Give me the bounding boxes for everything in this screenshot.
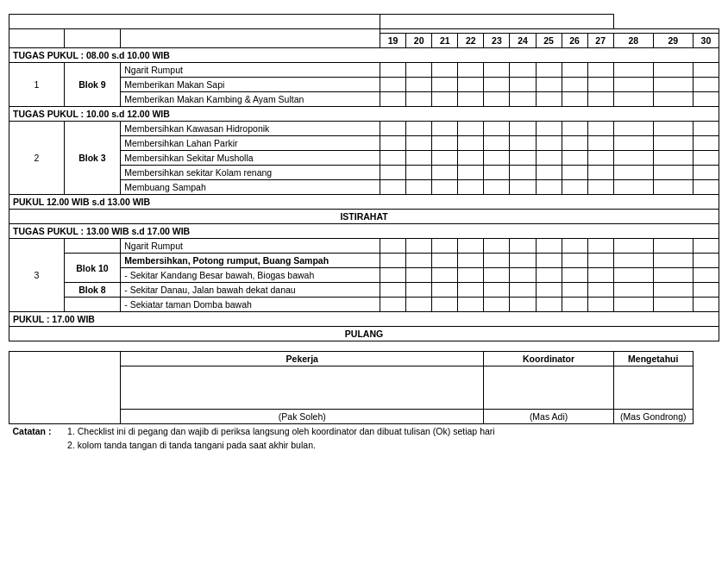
check-cell[interactable] bbox=[484, 239, 510, 254]
check-cell[interactable] bbox=[587, 268, 613, 283]
check-cell[interactable] bbox=[587, 122, 613, 136]
check-cell[interactable] bbox=[406, 180, 432, 195]
check-cell[interactable] bbox=[484, 151, 510, 166]
check-cell[interactable] bbox=[536, 92, 562, 107]
check-cell[interactable] bbox=[458, 254, 484, 268]
check-cell[interactable] bbox=[510, 298, 536, 312]
check-cell[interactable] bbox=[484, 268, 510, 283]
check-cell[interactable] bbox=[432, 180, 458, 195]
check-cell[interactable] bbox=[653, 254, 693, 268]
check-cell[interactable] bbox=[458, 239, 484, 254]
check-cell[interactable] bbox=[484, 298, 510, 312]
check-cell[interactable] bbox=[587, 283, 613, 298]
check-cell[interactable] bbox=[693, 239, 719, 254]
check-cell[interactable] bbox=[536, 63, 562, 78]
check-cell[interactable] bbox=[613, 298, 653, 312]
check-cell[interactable] bbox=[613, 63, 653, 78]
check-cell[interactable] bbox=[406, 122, 432, 136]
check-cell[interactable] bbox=[587, 180, 613, 195]
check-cell[interactable] bbox=[432, 63, 458, 78]
check-cell[interactable] bbox=[458, 268, 484, 283]
check-cell[interactable] bbox=[613, 254, 653, 268]
check-cell[interactable] bbox=[653, 63, 693, 78]
check-cell[interactable] bbox=[380, 151, 406, 166]
check-cell[interactable] bbox=[458, 63, 484, 78]
check-cell[interactable] bbox=[536, 254, 562, 268]
check-cell[interactable] bbox=[380, 63, 406, 78]
check-cell[interactable] bbox=[587, 166, 613, 180]
check-cell[interactable] bbox=[510, 78, 536, 92]
check-cell[interactable] bbox=[432, 92, 458, 107]
check-cell[interactable] bbox=[613, 166, 653, 180]
check-cell[interactable] bbox=[613, 180, 653, 195]
check-cell[interactable] bbox=[613, 283, 653, 298]
check-cell[interactable] bbox=[693, 92, 719, 107]
check-cell[interactable] bbox=[562, 78, 587, 92]
check-cell[interactable] bbox=[562, 239, 587, 254]
check-cell[interactable] bbox=[484, 283, 510, 298]
check-cell[interactable] bbox=[562, 166, 587, 180]
check-cell[interactable] bbox=[484, 92, 510, 107]
check-cell[interactable] bbox=[484, 166, 510, 180]
check-cell[interactable] bbox=[653, 180, 693, 195]
check-cell[interactable] bbox=[510, 136, 536, 151]
check-cell[interactable] bbox=[562, 151, 587, 166]
check-cell[interactable] bbox=[432, 283, 458, 298]
check-cell[interactable] bbox=[380, 166, 406, 180]
check-cell[interactable] bbox=[693, 254, 719, 268]
check-cell[interactable] bbox=[613, 136, 653, 151]
check-cell[interactable] bbox=[432, 166, 458, 180]
check-cell[interactable] bbox=[536, 268, 562, 283]
check-cell[interactable] bbox=[562, 63, 587, 78]
check-cell[interactable] bbox=[613, 151, 653, 166]
check-cell[interactable] bbox=[432, 254, 458, 268]
check-cell[interactable] bbox=[380, 92, 406, 107]
check-cell[interactable] bbox=[562, 136, 587, 151]
check-cell[interactable] bbox=[653, 298, 693, 312]
check-cell[interactable] bbox=[587, 92, 613, 107]
check-cell[interactable] bbox=[653, 122, 693, 136]
check-cell[interactable] bbox=[458, 136, 484, 151]
check-cell[interactable] bbox=[484, 63, 510, 78]
check-cell[interactable] bbox=[587, 151, 613, 166]
check-cell[interactable] bbox=[587, 136, 613, 151]
check-cell[interactable] bbox=[380, 136, 406, 151]
check-cell[interactable] bbox=[432, 122, 458, 136]
check-cell[interactable] bbox=[693, 166, 719, 180]
check-cell[interactable] bbox=[458, 151, 484, 166]
check-cell[interactable] bbox=[380, 78, 406, 92]
check-cell[interactable] bbox=[380, 239, 406, 254]
check-cell[interactable] bbox=[484, 180, 510, 195]
check-cell[interactable] bbox=[536, 166, 562, 180]
check-cell[interactable] bbox=[406, 151, 432, 166]
check-cell[interactable] bbox=[693, 180, 719, 195]
check-cell[interactable] bbox=[587, 63, 613, 78]
check-cell[interactable] bbox=[536, 180, 562, 195]
check-cell[interactable] bbox=[510, 92, 536, 107]
check-cell[interactable] bbox=[693, 78, 719, 92]
check-cell[interactable] bbox=[380, 122, 406, 136]
check-cell[interactable] bbox=[458, 283, 484, 298]
check-cell[interactable] bbox=[562, 180, 587, 195]
check-cell[interactable] bbox=[406, 92, 432, 107]
check-cell[interactable] bbox=[432, 268, 458, 283]
check-cell[interactable] bbox=[613, 122, 653, 136]
check-cell[interactable] bbox=[432, 239, 458, 254]
check-cell[interactable] bbox=[562, 283, 587, 298]
check-cell[interactable] bbox=[406, 283, 432, 298]
check-cell[interactable] bbox=[693, 298, 719, 312]
check-cell[interactable] bbox=[587, 239, 613, 254]
check-cell[interactable] bbox=[406, 78, 432, 92]
check-cell[interactable] bbox=[510, 239, 536, 254]
check-cell[interactable] bbox=[536, 239, 562, 254]
check-cell[interactable] bbox=[613, 78, 653, 92]
check-cell[interactable] bbox=[380, 254, 406, 268]
check-cell[interactable] bbox=[458, 92, 484, 107]
check-cell[interactable] bbox=[484, 254, 510, 268]
check-cell[interactable] bbox=[693, 122, 719, 136]
check-cell[interactable] bbox=[380, 268, 406, 283]
check-cell[interactable] bbox=[536, 136, 562, 151]
check-cell[interactable] bbox=[406, 136, 432, 151]
check-cell[interactable] bbox=[406, 166, 432, 180]
check-cell[interactable] bbox=[458, 180, 484, 195]
